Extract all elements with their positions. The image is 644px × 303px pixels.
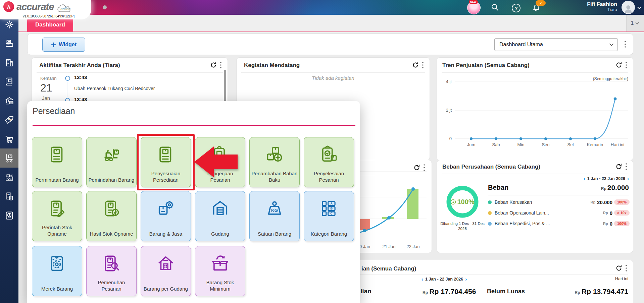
legend-label: Beban Operasional Lain...	[495, 210, 549, 216]
add-widget-button[interactable]: Widget	[42, 38, 85, 52]
legend-dot	[488, 200, 492, 204]
legend-row[interactable]: Beban Operasional Lain... Rp 0 > 10x	[488, 209, 630, 217]
tile-permintaan-barang[interactable]: Permintaan Barang	[32, 137, 82, 187]
tile-barang-per-gudang[interactable]: Barang per Gudang	[141, 246, 191, 296]
refresh-icon[interactable]	[615, 163, 623, 170]
sidebar-item-inventory[interactable]	[0, 148, 18, 168]
trend-badge: 100%	[614, 199, 630, 205]
tile-barang-stok-minimum[interactable]: Barang Stok Minimum	[195, 246, 245, 296]
legend-dot	[488, 211, 492, 215]
tile-perintah-stok-opname[interactable]: Perintah Stok Opname	[32, 191, 82, 241]
chevron-right-icon[interactable]: ›	[465, 276, 467, 282]
user-block[interactable]: Fifi Fashion Tiara	[587, 1, 617, 12]
brand-name: accurate	[16, 1, 54, 12]
version-text: v1.0.1#3600-587261 [3499P12DP]	[23, 14, 75, 18]
panel-sales-trend: Tren Penjualan (Semua Cabang) (Seminggu …	[437, 57, 633, 161]
sidebar-item-company[interactable]	[0, 53, 18, 72]
sidebar-item-ledger[interactable]	[0, 72, 18, 91]
help-glyph: ?	[514, 5, 517, 11]
timeline-bullet	[65, 76, 70, 81]
dashboard-select[interactable]: Dashboard Utama	[494, 38, 618, 51]
box-gear-icon	[156, 199, 176, 218]
legend-row[interactable]: Beban Kerusakan Rp 20.000 100%	[488, 198, 630, 206]
value: Rp 17.704.456	[429, 288, 476, 295]
company-building-icon	[4, 58, 14, 68]
sidebar-nav: Rp TAX	[0, 15, 18, 303]
x-tick: Hari ini	[607, 142, 628, 147]
tile-penambahan-bahan-baku[interactable]: Penambahan Bahan Baku	[249, 137, 300, 187]
refresh-icon[interactable]	[615, 61, 623, 69]
sidebar-item-purchases[interactable]	[0, 129, 18, 148]
tile-penyelesaian-pesanan[interactable]: Penyelesaian Pesanan	[304, 137, 354, 187]
tile-barang-dan-jasa[interactable]: Barang & Jasa	[141, 191, 191, 241]
tile-kategori-barang[interactable]: A B C Kategori Barang	[304, 191, 354, 241]
x-tick: 22 Jan	[404, 244, 423, 249]
circled-down-arrow-icon	[450, 199, 456, 205]
highlight-box	[137, 134, 195, 190]
activity-day-label: Kemarin	[40, 76, 56, 81]
currency: Rp	[590, 200, 595, 204]
whats-new-avatar[interactable]: NEW	[467, 1, 481, 14]
box-badge-icon	[47, 254, 67, 273]
currency: Rp	[603, 222, 608, 226]
chevron-down-icon[interactable]	[637, 5, 642, 10]
sidebar-item-cash-register[interactable]	[0, 34, 18, 53]
brand-sub: online	[60, 7, 70, 11]
legend-value: 0	[610, 210, 612, 216]
search-icon[interactable]	[491, 3, 499, 12]
forklift-icon	[102, 145, 121, 164]
dashboard-toolbar: Widget Dashboard Utama	[27, 34, 633, 55]
tile-hasil-stok-opname[interactable]: Hasil Stok Opname	[86, 191, 137, 241]
legend-label: Beban Ekspedisi, Pos & ...	[495, 221, 550, 226]
chevron-right-icon[interactable]: ›	[627, 176, 629, 181]
book-icon	[4, 77, 14, 87]
svg-text:TAX: TAX	[6, 193, 10, 195]
kebab-icon[interactable]	[625, 264, 627, 272]
legend-value: 20.000	[597, 199, 612, 205]
cash-register-icon	[4, 39, 14, 49]
toolbar-kebab-icon[interactable]	[624, 41, 626, 48]
panel-title: Tren Penjualan (Semua Cabang)	[442, 62, 530, 69]
tile-merek-barang[interactable]: Merek Barang	[32, 246, 82, 296]
tab-bar: Dashboard 1	[0, 15, 644, 32]
tile-pemindahan-barang[interactable]: Pemindahan Barang	[86, 137, 137, 187]
sidebar-item-sales[interactable]: Rp	[0, 110, 18, 129]
activity-text[interactable]: Ubah Pemasok Tukang Cuci Bedcover	[74, 86, 155, 91]
chevron-down-icon	[609, 42, 614, 47]
panel-title: ian (Semua Cabang)	[361, 265, 416, 272]
kebab-icon[interactable]	[220, 61, 222, 69]
panel-scrollbar[interactable]	[224, 70, 226, 103]
tile-pemenuhan-pesanan[interactable]: Pemenuhan Pesanan	[86, 246, 137, 296]
modal-title: Persediaan	[33, 106, 75, 116]
refresh-icon[interactable]	[615, 264, 623, 272]
kebab-icon[interactable]	[625, 163, 627, 170]
doc-magnifier-icon	[102, 254, 121, 273]
help-icon[interactable]: ?	[512, 4, 521, 12]
refresh-icon[interactable]	[210, 61, 217, 69]
svg-text:B: B	[330, 206, 333, 210]
factory-icon	[4, 172, 14, 182]
accurate-online-app: ? 2 Fifi Fashion Tiara NEW accurate onli…	[0, 0, 644, 303]
kebab-icon[interactable]	[422, 61, 424, 69]
empty-state-text: Tidak ada kegiatan	[237, 75, 430, 81]
boxes-plus-icon	[265, 145, 284, 164]
price-tag-rp-icon: Rp	[4, 115, 14, 125]
chevron-left-icon[interactable]: ‹	[422, 276, 423, 282]
refresh-icon[interactable]	[412, 61, 419, 69]
sidebar-item-bank[interactable]	[0, 91, 18, 110]
sidebar-item-tax[interactable]: TAX	[0, 187, 18, 206]
sidebar-item-reports[interactable]	[0, 206, 18, 225]
tile-satuan-barang[interactable]: KG Satuan Barang	[249, 191, 300, 241]
window-counter[interactable]: 1	[626, 15, 644, 32]
kebab-icon[interactable]	[625, 61, 627, 69]
tile-gudang[interactable]: Gudang	[195, 191, 245, 241]
tab-dashboard[interactable]: Dashboard	[27, 18, 73, 32]
svg-text:A: A	[330, 201, 333, 205]
compare-note: Dibanding 1 Des - 31 Des 2025	[439, 221, 486, 231]
legend-row[interactable]: Beban Ekspedisi, Pos & ... Rp 0 100%	[488, 220, 630, 227]
chevron-left-icon[interactable]: ‹	[584, 176, 585, 181]
sidebar-item-assets[interactable]	[0, 168, 18, 187]
avatar[interactable]	[622, 1, 635, 14]
logo-area: accurate online v1.0.1#3600-587261 [3499…	[0, 0, 91, 19]
doc-pencil-icon	[47, 199, 67, 218]
